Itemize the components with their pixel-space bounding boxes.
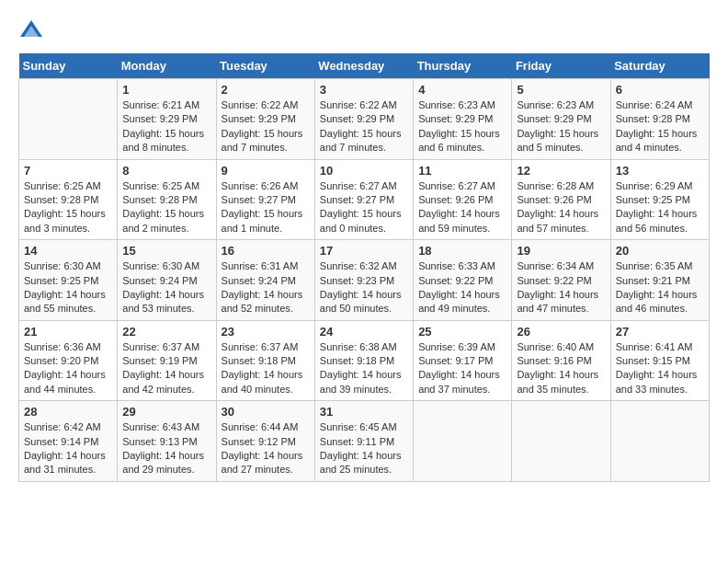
day-number: 12: [517, 164, 605, 178]
day-number: 6: [616, 83, 704, 97]
day-cell: [610, 401, 709, 482]
day-info: Sunrise: 6:21 AMSunset: 9:29 PMDaylight:…: [122, 98, 210, 155]
day-number: 2: [222, 83, 310, 97]
day-cell: 28Sunrise: 6:42 AMSunset: 9:14 PMDayligh…: [19, 401, 118, 482]
day-cell: [19, 79, 118, 160]
day-number: 19: [517, 244, 605, 258]
calendar-table: SundayMondayTuesdayWednesdayThursdayFrid…: [18, 53, 710, 482]
day-cell: 24Sunrise: 6:38 AMSunset: 9:18 PMDayligh…: [314, 320, 413, 401]
day-cell: 8Sunrise: 6:25 AMSunset: 9:28 PMDaylight…: [118, 159, 216, 240]
day-number: 9: [222, 164, 310, 178]
day-number: 25: [418, 325, 506, 339]
header-row: SundayMondayTuesdayWednesdayThursdayFrid…: [19, 53, 710, 79]
day-info: Sunrise: 6:31 AMSunset: 9:24 PMDaylight:…: [222, 259, 310, 316]
day-cell: 21Sunrise: 6:36 AMSunset: 9:20 PMDayligh…: [19, 320, 118, 401]
day-cell: 1Sunrise: 6:21 AMSunset: 9:29 PMDaylight…: [118, 79, 216, 160]
day-info: Sunrise: 6:39 AMSunset: 9:17 PMDaylight:…: [418, 340, 506, 397]
day-number: 28: [24, 405, 112, 419]
day-number: 17: [320, 244, 408, 258]
header-wednesday: Wednesday: [314, 53, 413, 79]
day-number: 15: [122, 244, 210, 258]
day-info: Sunrise: 6:44 AMSunset: 9:12 PMDaylight:…: [222, 420, 310, 477]
day-info: Sunrise: 6:22 AMSunset: 9:29 PMDaylight:…: [222, 98, 310, 155]
day-cell: 15Sunrise: 6:30 AMSunset: 9:24 PMDayligh…: [118, 240, 216, 321]
header-sunday: Sunday: [19, 53, 118, 79]
header-thursday: Thursday: [414, 53, 512, 79]
day-info: Sunrise: 6:23 AMSunset: 9:29 PMDaylight:…: [418, 98, 506, 155]
week-row-2: 14Sunrise: 6:30 AMSunset: 9:25 PMDayligh…: [19, 240, 710, 321]
day-info: Sunrise: 6:33 AMSunset: 9:22 PMDaylight:…: [418, 259, 506, 316]
day-cell: 23Sunrise: 6:37 AMSunset: 9:18 PMDayligh…: [216, 320, 314, 401]
day-number: 24: [320, 325, 408, 339]
day-info: Sunrise: 6:42 AMSunset: 9:14 PMDaylight:…: [24, 420, 112, 477]
day-cell: 3Sunrise: 6:22 AMSunset: 9:29 PMDaylight…: [314, 79, 413, 160]
day-number: 27: [616, 325, 704, 339]
logo: [18, 18, 48, 44]
day-cell: 17Sunrise: 6:32 AMSunset: 9:23 PMDayligh…: [314, 240, 413, 321]
logo-icon: [18, 18, 44, 44]
day-info: Sunrise: 6:27 AMSunset: 9:27 PMDaylight:…: [320, 179, 408, 236]
week-row-3: 21Sunrise: 6:36 AMSunset: 9:20 PMDayligh…: [19, 320, 710, 401]
day-number: 4: [418, 83, 506, 97]
day-cell: 10Sunrise: 6:27 AMSunset: 9:27 PMDayligh…: [314, 159, 413, 240]
day-info: Sunrise: 6:35 AMSunset: 9:21 PMDaylight:…: [616, 259, 704, 316]
day-info: Sunrise: 6:28 AMSunset: 9:26 PMDaylight:…: [517, 179, 605, 236]
day-cell: 19Sunrise: 6:34 AMSunset: 9:22 PMDayligh…: [512, 240, 610, 321]
day-info: Sunrise: 6:23 AMSunset: 9:29 PMDaylight:…: [517, 98, 605, 155]
day-number: 14: [24, 244, 112, 258]
day-number: 3: [320, 83, 408, 97]
day-cell: 30Sunrise: 6:44 AMSunset: 9:12 PMDayligh…: [216, 401, 314, 482]
day-number: 29: [122, 405, 210, 419]
day-cell: 26Sunrise: 6:40 AMSunset: 9:16 PMDayligh…: [512, 320, 610, 401]
day-info: Sunrise: 6:34 AMSunset: 9:22 PMDaylight:…: [517, 259, 605, 316]
day-cell: 22Sunrise: 6:37 AMSunset: 9:19 PMDayligh…: [118, 320, 216, 401]
day-info: Sunrise: 6:29 AMSunset: 9:25 PMDaylight:…: [616, 179, 704, 236]
day-cell: 18Sunrise: 6:33 AMSunset: 9:22 PMDayligh…: [414, 240, 512, 321]
day-number: 31: [320, 405, 408, 419]
day-info: Sunrise: 6:25 AMSunset: 9:28 PMDaylight:…: [24, 179, 112, 236]
day-number: 5: [517, 83, 605, 97]
day-number: 10: [320, 164, 408, 178]
day-info: Sunrise: 6:27 AMSunset: 9:26 PMDaylight:…: [418, 179, 506, 236]
day-cell: 27Sunrise: 6:41 AMSunset: 9:15 PMDayligh…: [610, 320, 709, 401]
day-number: 11: [418, 164, 506, 178]
week-row-1: 7Sunrise: 6:25 AMSunset: 9:28 PMDaylight…: [19, 159, 710, 240]
day-number: 23: [222, 325, 310, 339]
day-info: Sunrise: 6:36 AMSunset: 9:20 PMDaylight:…: [24, 340, 112, 397]
day-number: 20: [616, 244, 704, 258]
day-info: Sunrise: 6:30 AMSunset: 9:25 PMDaylight:…: [24, 259, 112, 316]
day-cell: [414, 401, 512, 482]
day-number: 22: [122, 325, 210, 339]
day-number: 30: [222, 405, 310, 419]
day-info: Sunrise: 6:43 AMSunset: 9:13 PMDaylight:…: [122, 420, 210, 477]
header-tuesday: Tuesday: [216, 53, 314, 79]
day-number: 26: [517, 325, 605, 339]
day-cell: 12Sunrise: 6:28 AMSunset: 9:26 PMDayligh…: [512, 159, 610, 240]
day-cell: 5Sunrise: 6:23 AMSunset: 9:29 PMDaylight…: [512, 79, 610, 160]
day-cell: 25Sunrise: 6:39 AMSunset: 9:17 PMDayligh…: [414, 320, 512, 401]
header-monday: Monday: [118, 53, 216, 79]
day-cell: 16Sunrise: 6:31 AMSunset: 9:24 PMDayligh…: [216, 240, 314, 321]
day-cell: 7Sunrise: 6:25 AMSunset: 9:28 PMDaylight…: [19, 159, 118, 240]
day-cell: 20Sunrise: 6:35 AMSunset: 9:21 PMDayligh…: [610, 240, 709, 321]
day-info: Sunrise: 6:26 AMSunset: 9:27 PMDaylight:…: [222, 179, 310, 236]
day-number: 7: [24, 164, 112, 178]
day-info: Sunrise: 6:30 AMSunset: 9:24 PMDaylight:…: [122, 259, 210, 316]
day-cell: [512, 401, 610, 482]
header-friday: Friday: [512, 53, 610, 79]
day-info: Sunrise: 6:24 AMSunset: 9:28 PMDaylight:…: [616, 98, 704, 155]
day-cell: 31Sunrise: 6:45 AMSunset: 9:11 PMDayligh…: [314, 401, 413, 482]
day-info: Sunrise: 6:38 AMSunset: 9:18 PMDaylight:…: [320, 340, 408, 397]
day-info: Sunrise: 6:37 AMSunset: 9:19 PMDaylight:…: [122, 340, 210, 397]
day-cell: 11Sunrise: 6:27 AMSunset: 9:26 PMDayligh…: [414, 159, 512, 240]
day-number: 8: [122, 164, 210, 178]
day-cell: 6Sunrise: 6:24 AMSunset: 9:28 PMDaylight…: [610, 79, 709, 160]
week-row-0: 1Sunrise: 6:21 AMSunset: 9:29 PMDaylight…: [19, 79, 710, 160]
day-info: Sunrise: 6:25 AMSunset: 9:28 PMDaylight:…: [122, 179, 210, 236]
day-info: Sunrise: 6:37 AMSunset: 9:18 PMDaylight:…: [222, 340, 310, 397]
day-cell: 13Sunrise: 6:29 AMSunset: 9:25 PMDayligh…: [610, 159, 709, 240]
day-info: Sunrise: 6:32 AMSunset: 9:23 PMDaylight:…: [320, 259, 408, 316]
day-cell: 29Sunrise: 6:43 AMSunset: 9:13 PMDayligh…: [118, 401, 216, 482]
day-cell: 4Sunrise: 6:23 AMSunset: 9:29 PMDaylight…: [414, 79, 512, 160]
page-header: [18, 18, 710, 44]
